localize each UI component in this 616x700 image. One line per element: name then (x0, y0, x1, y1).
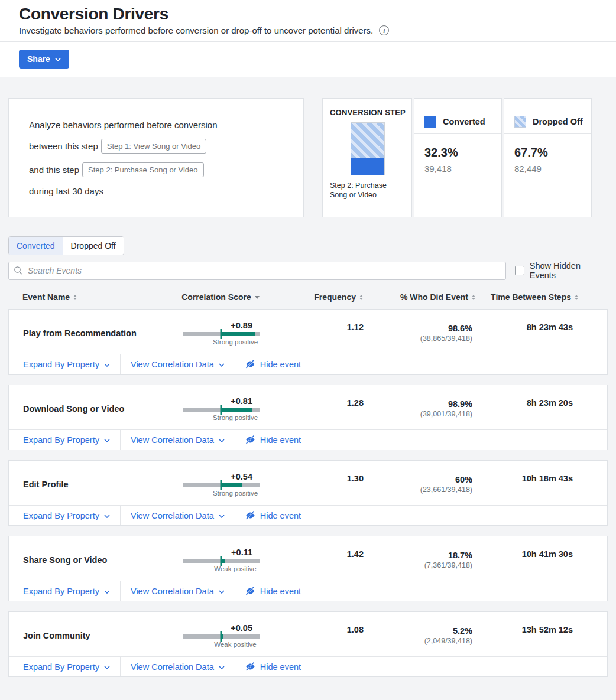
share-button[interactable]: Share (19, 50, 69, 69)
dropped-percent: 67.7% (514, 146, 591, 159)
frequency-value: 1.08 (347, 625, 366, 634)
event-name: Edit Profile (9, 480, 177, 489)
table-header: Event Name Correlation Score Frequency %… (8, 286, 608, 309)
view-correlation-data-button[interactable]: View Correlation Data (121, 657, 235, 676)
correlation-strength-label: Weak positive (197, 641, 274, 648)
column-header-correlation-score[interactable]: Correlation Score (181, 292, 259, 302)
eye-off-icon (245, 662, 255, 672)
show-hidden-events-checkbox[interactable] (515, 266, 524, 275)
tab-dropped-off[interactable]: Dropped Off (63, 237, 124, 255)
hide-event-button[interactable]: Hide event (235, 581, 311, 601)
correlation-bar-fill (221, 483, 242, 487)
chevron-down-icon (104, 363, 110, 367)
expand-by-property-button[interactable]: Expand By Property (9, 506, 121, 525)
frequency-value: 1.30 (347, 474, 366, 483)
event-row-card: Join Community +0.05 Weak positive 1.08 … (8, 611, 608, 677)
time-between-steps-value: 8h 23m 43s (527, 323, 607, 332)
who-did-event-cell: 5.2% (2,049/39,418) (424, 626, 478, 645)
chevron-down-icon (104, 439, 110, 442)
view-correlation-data-button[interactable]: View Correlation Data (121, 430, 235, 450)
correlation-cell: +0.89 Strong positive (183, 321, 260, 346)
frequency-value: 1.12 (347, 323, 366, 332)
correlation-strength-label: Strong positive (197, 338, 274, 346)
event-rows: Play from Recommendation +0.89 Strong po… (8, 309, 608, 677)
setup-intro: Analyze behaviors performed before conve… (29, 120, 303, 130)
who-did-event-fraction: (39,001/39,418) (420, 410, 472, 418)
who-did-event-cell: 98.9% (39,001/39,418) (420, 399, 478, 418)
tab-converted[interactable]: Converted (9, 237, 63, 255)
converted-bar-segment (351, 158, 384, 175)
search-input[interactable] (8, 262, 506, 280)
column-header-frequency[interactable]: Frequency (314, 292, 365, 302)
dropped-legend-label: Dropped Off (533, 117, 583, 126)
conversion-step-heading: CONVERSION STEP (330, 108, 406, 117)
between-step-label: between this step (29, 141, 98, 151)
time-between-steps-value: 13h 52m 12s (522, 625, 607, 634)
step2-selector[interactable]: Step 2: Purchase Song or Video (82, 162, 204, 177)
converted-legend-swatch (424, 116, 436, 128)
converted-stat-cell: Converted 32.3% 39,418 (414, 98, 502, 217)
view-correlation-data-button[interactable]: View Correlation Data (121, 581, 235, 601)
converted-count: 39,418 (424, 164, 501, 174)
hide-event-button[interactable]: Hide event (235, 430, 311, 450)
conversion-stacked-bar (351, 122, 385, 175)
dropped-legend-swatch (514, 116, 526, 128)
correlation-strength-label: Strong positive (197, 490, 274, 497)
search-box (8, 262, 506, 280)
converted-legend-label: Converted (443, 117, 485, 126)
correlation-bar-fill (221, 408, 252, 412)
share-button-label: Share (27, 54, 50, 64)
column-header-who-did-event[interactable]: % Who Did Event (400, 292, 478, 302)
eye-off-icon (245, 435, 255, 445)
correlation-strength-label: Weak positive (197, 565, 274, 572)
time-between-steps-value: 8h 23m 20s (527, 398, 607, 408)
correlation-strength-label: Strong positive (197, 414, 274, 421)
chevron-down-icon (219, 439, 225, 442)
who-did-event-fraction: (7,361/39,418) (424, 561, 472, 569)
sort-desc-icon (255, 296, 260, 299)
event-name: Play from Recommendation (9, 328, 177, 338)
correlation-zero-tick (221, 405, 222, 415)
hide-event-button[interactable]: Hide event (235, 657, 311, 676)
dropped-stat-cell: Dropped Off 67.7% 82,449 (504, 98, 592, 217)
expand-by-property-button[interactable]: Expand By Property (9, 657, 121, 676)
time-between-steps-value: 10h 41m 30s (522, 549, 607, 559)
frequency-value: 1.28 (347, 398, 366, 408)
correlation-cell: +0.81 Strong positive (183, 396, 260, 421)
page-title: Conversion Drivers (19, 5, 597, 24)
column-header-event-name[interactable]: Event Name (8, 292, 176, 302)
hide-event-button[interactable]: Hide event (235, 354, 311, 374)
view-correlation-data-button[interactable]: View Correlation Data (121, 354, 235, 374)
who-did-event-fraction: (23,661/39,418) (420, 486, 472, 494)
expand-by-property-button[interactable]: Expand By Property (9, 430, 121, 450)
step1-selector[interactable]: Step 1: View Song or Video (101, 139, 207, 154)
who-did-event-cell: 60% (23,661/39,418) (420, 475, 478, 494)
expand-by-property-button[interactable]: Expand By Property (9, 354, 121, 374)
who-did-event-fraction: (2,049/39,418) (424, 637, 472, 645)
hide-event-button[interactable]: Hide event (235, 506, 311, 525)
event-row-card: Download Song or Video +0.81 Strong posi… (8, 385, 608, 450)
view-correlation-data-button[interactable]: View Correlation Data (121, 506, 235, 525)
who-did-event-percent: 60% (420, 475, 472, 484)
expand-by-property-button[interactable]: Expand By Property (9, 581, 121, 601)
chevron-down-icon (219, 515, 225, 518)
column-header-time-between-steps[interactable]: Time Between Steps (491, 292, 608, 302)
info-icon[interactable]: i (379, 25, 389, 35)
show-hidden-events-toggle[interactable]: Show Hidden Events (515, 261, 608, 280)
and-step-label: and this step (29, 165, 79, 175)
correlation-zero-tick (221, 480, 222, 490)
dropped-bar-segment (351, 123, 384, 158)
correlation-zero-tick (221, 631, 222, 642)
chevron-down-icon (219, 363, 225, 367)
sort-icon (472, 295, 475, 300)
eye-off-icon (245, 510, 255, 520)
correlation-bar (183, 332, 260, 336)
correlation-bar (183, 634, 260, 639)
date-range-label: during last 30 days (29, 186, 303, 196)
toolbar: Share (0, 42, 616, 77)
eye-off-icon (245, 586, 255, 596)
chevron-down-icon (219, 666, 225, 669)
correlation-zero-tick (221, 329, 222, 339)
event-row-card: Edit Profile +0.54 Strong positive 1.30 … (8, 460, 608, 526)
event-name: Join Community (9, 631, 177, 640)
